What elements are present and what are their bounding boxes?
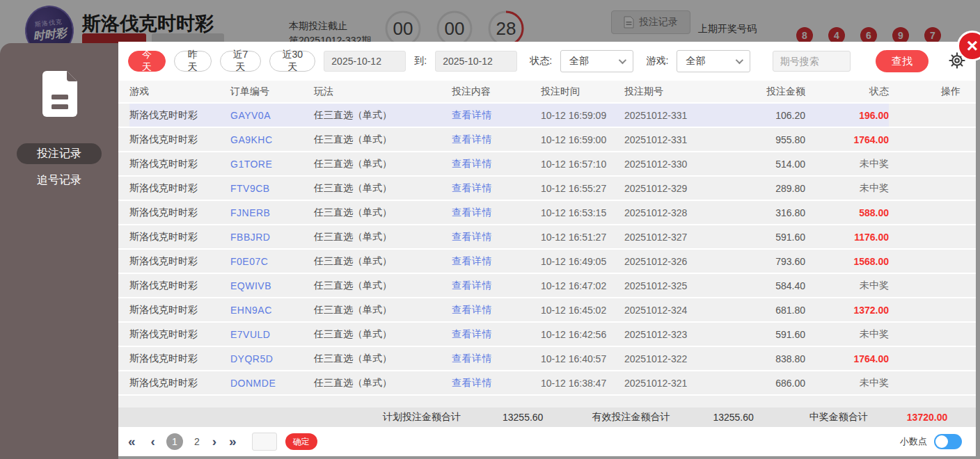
date-from-input[interactable] [324, 51, 406, 72]
valid-total-label: 有效投注金额合计 [592, 411, 670, 424]
range-30days-button[interactable]: 近30天 [269, 51, 315, 72]
plan-total-value: 13255.60 [503, 412, 543, 423]
view-detail-link[interactable]: 查看详情 [452, 255, 492, 266]
row-period: 20251012-321 [624, 378, 743, 389]
row-play-type: 任三直选（单式） [314, 231, 452, 243]
row-bet-time: 10-12 16:40:57 [541, 353, 624, 364]
row-amount: 955.80 [743, 134, 805, 145]
row-play-type: 任三直选（单式） [314, 304, 452, 316]
page-jump-input[interactable] [252, 433, 277, 451]
decimal-toggle-group: 小数点 [900, 434, 962, 449]
bet-records-modal: 今天 昨天 近7天 近30天 到: 状态: 全部 游戏: 全部 查找 [118, 42, 976, 456]
view-detail-link[interactable]: 查看详情 [452, 109, 492, 122]
decimal-toggle-switch[interactable] [934, 434, 962, 449]
range-7days-button[interactable]: 近7天 [220, 51, 262, 72]
win-total-label: 中奖金额合计 [809, 411, 868, 424]
table-header: 游戏 订单编号 玩法 投注内容 投注时间 投注期号 投注金额 状态 操作 [118, 81, 976, 104]
win-total-value: 13720.00 [907, 412, 947, 423]
view-detail-link[interactable]: 查看详情 [452, 182, 492, 193]
records-doc-icon [38, 70, 80, 118]
order-code-link[interactable]: F0E07C [230, 256, 268, 267]
sidebar-item-bet-records[interactable]: 投注记录 [17, 143, 102, 164]
row-amount: 681.80 [743, 305, 805, 316]
view-detail-link[interactable]: 查看详情 [452, 207, 492, 218]
row-game: 斯洛伐克时时彩 [129, 231, 230, 243]
sidebar-item-chase-records[interactable]: 追号记录 [17, 170, 102, 191]
row-amount: 514.00 [743, 159, 805, 170]
order-code-link[interactable]: EHN9AC [230, 305, 272, 316]
row-period: 20251012-331 [624, 134, 743, 145]
order-code-link[interactable]: E7VULD [230, 329, 270, 340]
next-page-button[interactable]: › [212, 434, 216, 449]
row-period: 20251012-329 [624, 183, 743, 194]
view-detail-link[interactable]: 查看详情 [452, 353, 492, 364]
view-detail-link[interactable]: 查看详情 [452, 377, 492, 388]
pagination-bar: « ‹ 1 2 › » 确定 小数点 [118, 427, 976, 456]
row-game: 斯洛伐克时时彩 [129, 377, 230, 389]
col-op: 操作 [889, 86, 967, 98]
order-code-link[interactable]: GA9KHC [230, 134, 273, 145]
col-order: 订单编号 [230, 86, 314, 98]
order-code-link[interactable]: GAYV0A [230, 110, 271, 121]
row-bet-time: 10-12 16:57:10 [541, 159, 624, 170]
confirm-page-button[interactable]: 确定 [285, 433, 317, 450]
first-page-button[interactable]: « [128, 434, 136, 449]
table-row: 斯洛伐克时时彩 DONMDE 任三直选（单式） 查看详情 10-12 16:38… [118, 371, 976, 396]
order-code-link[interactable]: EQWIVB [230, 280, 271, 291]
status-select[interactable]: 全部 [560, 50, 633, 72]
period-search-input[interactable] [773, 51, 851, 72]
order-code-link[interactable]: FBBJRD [230, 232, 270, 243]
row-play-type: 任三直选（单式） [314, 255, 452, 268]
row-amount: 838.80 [743, 353, 805, 364]
range-yesterday-button[interactable]: 昨天 [174, 51, 212, 72]
row-status: 未中奖 [805, 182, 889, 195]
row-game: 斯洛伐克时时彩 [129, 280, 230, 292]
table-row: 斯洛伐克时时彩 GA9KHC 任三直选（单式） 查看详情 10-12 16:59… [118, 128, 976, 152]
row-play-type: 任三直选（单式） [314, 280, 452, 292]
view-detail-link[interactable]: 查看详情 [452, 158, 492, 169]
order-code-link[interactable]: DYQR5D [230, 353, 273, 364]
row-bet-time: 10-12 16:59:00 [541, 134, 624, 145]
chevron-down-icon [619, 56, 626, 64]
page-2-button[interactable]: 2 [194, 436, 200, 447]
row-play-type: 任三直选（单式） [314, 377, 452, 389]
close-icon: × [967, 36, 978, 56]
view-detail-link[interactable]: 查看详情 [452, 134, 492, 145]
order-code-link[interactable]: G1TORE [230, 159, 272, 170]
totals-bar: 计划投注金额合计 13255.60 有效投注金额合计 13255.60 中奖金额… [118, 408, 976, 427]
row-period: 20251012-331 [624, 104, 743, 127]
game-select[interactable]: 全部 [677, 50, 750, 72]
order-code-link[interactable]: FJNERB [230, 207, 270, 218]
search-button[interactable]: 查找 [876, 50, 928, 72]
row-status: 1568.00 [805, 256, 889, 267]
date-to-input[interactable] [435, 51, 517, 72]
plan-total-label: 计划投注金额合计 [383, 411, 461, 424]
row-period: 20251012-330 [624, 159, 743, 170]
row-period: 20251012-327 [624, 232, 743, 243]
row-amount: 584.40 [743, 280, 805, 291]
row-game: 斯洛伐克时时彩 [129, 104, 230, 127]
modal-sidebar: 投注记录 追号记录 [0, 43, 118, 459]
order-code-link[interactable]: DONMDE [230, 378, 276, 389]
row-status: 1372.00 [805, 305, 889, 316]
view-detail-link[interactable]: 查看详情 [452, 328, 492, 339]
row-period: 20251012-328 [624, 207, 743, 218]
row-bet-time: 10-12 16:42:56 [541, 329, 624, 340]
col-content: 投注内容 [452, 86, 541, 98]
row-status: 未中奖 [805, 377, 889, 389]
row-status: 未中奖 [805, 328, 889, 341]
view-detail-link[interactable]: 查看详情 [452, 280, 492, 291]
prev-page-button[interactable]: ‹ [151, 434, 155, 449]
table-row: 斯洛伐克时时彩 EQWIVB 任三直选（单式） 查看详情 10-12 16:47… [118, 274, 976, 298]
row-status: 588.00 [805, 207, 889, 218]
range-today-button[interactable]: 今天 [128, 51, 166, 72]
row-amount: 289.80 [743, 183, 805, 194]
last-page-button[interactable]: » [229, 434, 237, 449]
view-detail-link[interactable]: 查看详情 [452, 304, 492, 315]
page-1-button[interactable]: 1 [166, 433, 183, 450]
row-period: 20251012-326 [624, 256, 743, 267]
order-code-link[interactable]: FTV9CB [230, 183, 270, 194]
row-game: 斯洛伐克时时彩 [129, 134, 230, 146]
view-detail-link[interactable]: 查看详情 [452, 231, 492, 242]
row-period: 20251012-325 [624, 280, 743, 291]
